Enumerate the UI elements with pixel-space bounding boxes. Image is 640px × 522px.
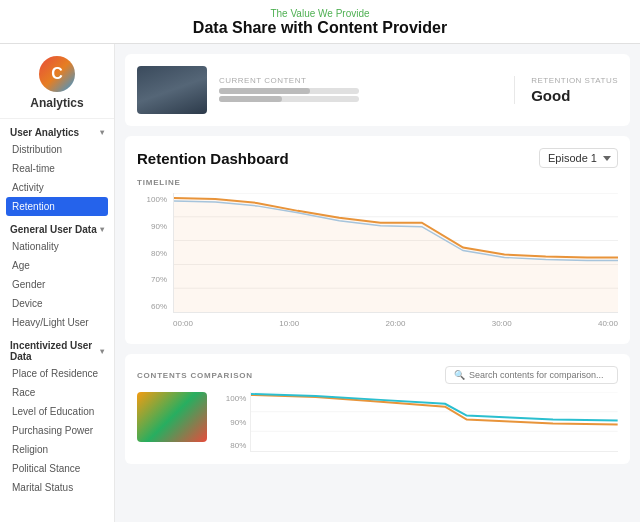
y-label-100: 100% — [137, 195, 167, 204]
sidebar-item-race[interactable]: Race — [0, 383, 114, 402]
sidebar-section-general[interactable]: General User Data ▾ — [0, 216, 114, 237]
content-thumbnail — [137, 66, 207, 114]
page-header: The Value We Provide Data Share with Con… — [0, 0, 640, 44]
svg-marker-5 — [174, 198, 618, 312]
comparison-header: CONTENTS COMPARISON 🔍 — [137, 366, 618, 384]
logo-icon: C — [39, 56, 75, 92]
search-icon: 🔍 — [454, 370, 465, 380]
header-subtitle: The Value We Provide — [0, 8, 640, 19]
sidebar-item-gender[interactable]: Gender — [0, 275, 114, 294]
main-content: CURRENT CONTENT RETENTION STATUS Good Re… — [115, 44, 640, 522]
y-label-80: 80% — [137, 249, 167, 258]
x-label-0000: 00:00 — [173, 319, 193, 328]
sidebar: C Analytics User Analytics ▾ Distributio… — [0, 44, 115, 522]
y-axis: 100% 90% 80% 70% 60% — [137, 193, 169, 313]
retention-status-label: RETENTION STATUS — [531, 76, 618, 85]
sidebar-item-marital[interactable]: Marital Status — [0, 478, 114, 497]
y-label-90: 90% — [137, 222, 167, 231]
content-bar-fill — [219, 88, 310, 94]
sidebar-app-name: Analytics — [30, 96, 83, 110]
sidebar-item-activity[interactable]: Activity — [0, 178, 114, 197]
y-label-70: 70% — [137, 275, 167, 284]
sidebar-item-heavy-light[interactable]: Heavy/Light User — [0, 313, 114, 332]
dashboard-title: Retention Dashboard — [137, 150, 289, 167]
sidebar-item-nationality[interactable]: Nationality — [0, 237, 114, 256]
sidebar-section-user-analytics[interactable]: User Analytics ▾ — [0, 119, 114, 140]
chevron-down-icon: ▾ — [100, 225, 104, 234]
x-label-3000: 30:00 — [492, 319, 512, 328]
timeline-section: TIMELINE 100% 90% 80% 70% 60% — [137, 178, 618, 328]
content-progress-bar — [219, 88, 359, 94]
search-box[interactable]: 🔍 — [445, 366, 618, 384]
comparison-chart: 100% 90% 80% — [217, 392, 618, 452]
comparison-title: CONTENTS COMPARISON — [137, 371, 253, 380]
x-axis: 00:00 10:00 20:00 30:00 40:00 — [137, 319, 618, 328]
current-content-label: CURRENT CONTENT — [219, 76, 502, 85]
dashboard-header: Retention Dashboard Episode 1 — [137, 148, 618, 168]
retention-dashboard: Retention Dashboard Episode 1 TIMELINE 1… — [125, 136, 630, 344]
sidebar-item-age[interactable]: Age — [0, 256, 114, 275]
sidebar-item-religion[interactable]: Religion — [0, 440, 114, 459]
x-label-1000: 10:00 — [279, 319, 299, 328]
sidebar-section-incentivized[interactable]: Incentivized User Data ▾ — [0, 332, 114, 364]
sidebar-item-realtime[interactable]: Real-time — [0, 159, 114, 178]
header-title: Data Share with Content Provider — [0, 19, 640, 37]
sidebar-item-education[interactable]: Level of Education — [0, 402, 114, 421]
search-input[interactable] — [469, 370, 609, 380]
comparison-content: 100% 90% 80% — [137, 392, 618, 452]
timeline-chart — [173, 193, 618, 317]
content-sub-bar-fill — [219, 96, 282, 102]
comparison-section: CONTENTS COMPARISON 🔍 100% 90% — [125, 354, 630, 464]
y-label-60: 60% — [137, 302, 167, 311]
sidebar-item-device[interactable]: Device — [0, 294, 114, 313]
sidebar-logo: C Analytics — [0, 44, 114, 119]
retention-info: RETENTION STATUS Good — [514, 76, 618, 104]
content-info: CURRENT CONTENT — [219, 76, 502, 104]
sidebar-item-distribution[interactable]: Distribution — [0, 140, 114, 159]
chevron-down-icon: ▾ — [100, 128, 104, 137]
x-label-4000: 40:00 — [598, 319, 618, 328]
x-label-2000: 20:00 — [385, 319, 405, 328]
sidebar-item-place[interactable]: Place of Residence — [0, 364, 114, 383]
sidebar-item-political[interactable]: Political Stance — [0, 459, 114, 478]
chevron-down-icon: ▾ — [100, 347, 104, 356]
retention-value: Good — [531, 87, 618, 104]
episode-select[interactable]: Episode 1 — [539, 148, 618, 168]
content-card: CURRENT CONTENT RETENTION STATUS Good — [125, 54, 630, 126]
sidebar-item-retention[interactable]: Retention — [6, 197, 108, 216]
comparison-thumbnail — [137, 392, 207, 442]
timeline-label: TIMELINE — [137, 178, 618, 187]
content-sub-bar — [219, 96, 359, 102]
sidebar-item-purchasing[interactable]: Purchasing Power — [0, 421, 114, 440]
